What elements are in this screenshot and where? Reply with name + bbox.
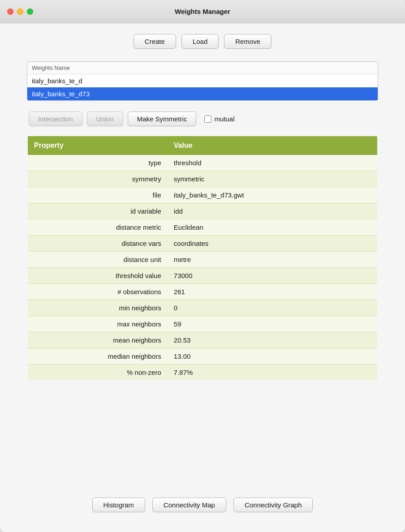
table-row: distance unitmetre	[27, 252, 378, 268]
property-name: # observations	[27, 284, 168, 300]
property-name: id variable	[27, 203, 168, 219]
property-value: symmetric	[168, 171, 378, 187]
mutual-checkbox[interactable]	[204, 116, 211, 123]
table-header-row: Property Value	[27, 136, 378, 155]
title-bar: Weights Manager	[0, 0, 405, 23]
property-value: 13.00	[168, 348, 378, 365]
property-value: 7.87%	[168, 365, 378, 381]
property-value: 73000	[168, 268, 378, 284]
property-name: min neighbors	[27, 300, 168, 316]
property-name: max neighbors	[27, 316, 168, 332]
table-row: threshold value73000	[27, 268, 378, 284]
property-value: Euclidean	[168, 219, 378, 236]
table-row: id variableidd	[27, 203, 378, 219]
histogram-button[interactable]: Histogram	[92, 498, 145, 512]
col-property-header: Property	[27, 136, 168, 155]
create-button[interactable]: Create	[134, 34, 176, 49]
table-row: mean neighbors20.53	[27, 332, 378, 348]
minimize-button[interactable]	[17, 9, 23, 15]
weights-item-1[interactable]: italy_banks_te_d73	[27, 87, 378, 100]
property-name: threshold value	[27, 268, 168, 284]
property-name: mean neighbors	[27, 332, 168, 348]
property-value: 261	[168, 284, 378, 300]
property-value: coordinates	[168, 236, 378, 252]
property-value: threshold	[168, 155, 378, 171]
mutual-label: mutual	[214, 115, 234, 123]
top-toolbar: Create Load Remove	[27, 34, 378, 49]
weights-list-header: Weights Name	[27, 62, 378, 74]
property-name: type	[27, 155, 168, 171]
table-row: fileitaly_banks_te_d73.gwt	[27, 187, 378, 203]
make-symmetric-button[interactable]: Make Symmetric	[128, 112, 197, 126]
table-row: typethreshold	[27, 155, 378, 171]
operation-row: Intersection Union Make Symmetric mutual	[27, 112, 378, 126]
connectivity-graph-button[interactable]: Connectivity Graph	[233, 498, 313, 512]
property-name: median neighbors	[27, 348, 168, 365]
property-value: idd	[168, 203, 378, 219]
property-value: 20.53	[168, 332, 378, 348]
remove-button[interactable]: Remove	[224, 34, 271, 49]
load-button[interactable]: Load	[181, 34, 219, 49]
property-name: distance unit	[27, 252, 168, 268]
union-button[interactable]: Union	[87, 112, 123, 126]
table-row: distance varscoordinates	[27, 236, 378, 252]
maximize-button[interactable]	[27, 9, 33, 15]
weights-item-0[interactable]: italy_banks_te_d	[27, 74, 378, 87]
col-value-header: Value	[168, 136, 378, 155]
property-name: distance metric	[27, 219, 168, 236]
close-button[interactable]	[7, 9, 13, 15]
traffic-lights	[7, 9, 33, 15]
content-area: Create Load Remove Weights Name italy_ba…	[0, 23, 405, 532]
weights-list-container: Weights Name italy_banks_te_d italy_bank…	[27, 61, 378, 101]
property-value: 0	[168, 300, 378, 316]
property-name: distance vars	[27, 236, 168, 252]
table-body: typethresholdsymmetrysymmetricfileitaly_…	[27, 155, 378, 381]
table-row: # observations261	[27, 284, 378, 300]
table-row: distance metricEuclidean	[27, 219, 378, 236]
table-row: max neighbors59	[27, 316, 378, 332]
property-value: metre	[168, 252, 378, 268]
property-value: 59	[168, 316, 378, 332]
weights-section: Weights Name italy_banks_te_d italy_bank…	[27, 61, 378, 101]
properties-table: Property Value typethresholdsymmetrysymm…	[27, 135, 378, 381]
property-name: % non-zero	[27, 365, 168, 381]
property-name: file	[27, 187, 168, 203]
connectivity-map-button[interactable]: Connectivity Map	[152, 498, 226, 512]
window-title: Weights Manager	[175, 8, 230, 15]
mutual-checkbox-group: mutual	[204, 115, 234, 123]
intersection-button[interactable]: Intersection	[29, 112, 82, 126]
table-row: median neighbors13.00	[27, 348, 378, 365]
property-value: italy_banks_te_d73.gwt	[168, 187, 378, 203]
table-row: % non-zero7.87%	[27, 365, 378, 381]
table-row: symmetrysymmetric	[27, 171, 378, 187]
main-window: Weights Manager Create Load Remove Weigh…	[0, 0, 405, 532]
table-row: min neighbors0	[27, 300, 378, 316]
bottom-toolbar: Histogram Connectivity Map Connectivity …	[27, 498, 378, 521]
property-name: symmetry	[27, 171, 168, 187]
